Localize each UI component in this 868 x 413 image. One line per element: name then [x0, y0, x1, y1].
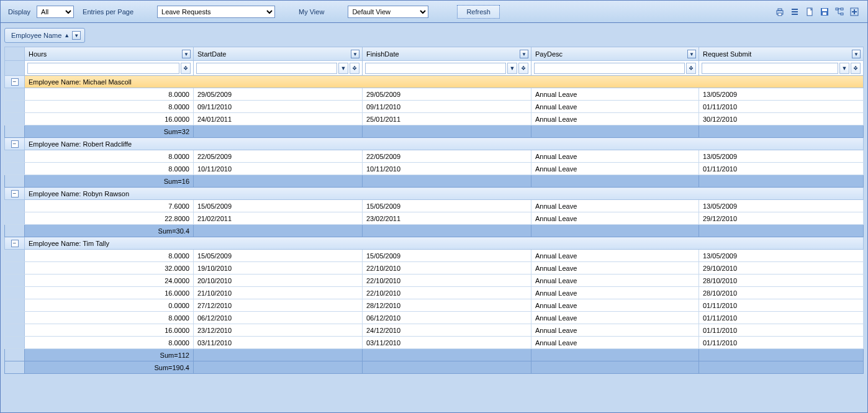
app-window: Display All Entries per Page Leave Reque…: [0, 0, 868, 413]
filter-finish-dd[interactable]: ▼: [507, 63, 517, 74]
filter-hours-fn[interactable]: ❖: [181, 63, 191, 74]
filter-req-fn[interactable]: ❖: [851, 63, 861, 74]
cell-requestsubmit: 29/10/2010: [699, 262, 864, 275]
col-finishdate-dropdown[interactable]: ▼: [520, 50, 528, 58]
filter-req-dd[interactable]: ▼: [839, 63, 849, 74]
cell-startdate: 22/05/2009: [194, 150, 363, 163]
filter-start-fn[interactable]: ❖: [350, 63, 359, 74]
cell-hours: 16.0000: [25, 324, 194, 337]
cell-startdate: 03/11/2010: [194, 337, 363, 349]
row-gutter: [5, 337, 25, 349]
sum-empty: [363, 225, 531, 237]
sum-gutter: [5, 125, 25, 138]
group-header[interactable]: −Employee Name: Robert Radcliffe: [5, 138, 864, 150]
table-row[interactable]: 7.600015/05/200915/05/2009Annual Leave13…: [5, 200, 864, 212]
table-row[interactable]: 32.000019/10/201022/10/2010Annual Leave2…: [5, 262, 864, 275]
filter-finish-input[interactable]: [365, 63, 506, 74]
table-row[interactable]: 8.000003/11/201003/11/2010Annual Leave01…: [5, 337, 864, 349]
collapse-icon[interactable]: −: [11, 240, 19, 247]
table-row[interactable]: 0.000027/12/201028/12/2010Annual Leave01…: [5, 299, 864, 312]
col-hours-dropdown[interactable]: ▼: [182, 50, 191, 58]
cell-hours: 8.0000: [25, 337, 194, 349]
group-by-dropdown[interactable]: ▼: [72, 31, 81, 40]
cell-finishdate: 09/11/2010: [363, 101, 531, 113]
row-gutter: [5, 324, 25, 337]
filter-row: ❖ ▼❖ ▼❖ ❖ ▼❖: [5, 61, 864, 76]
table-row[interactable]: 8.000015/05/200915/05/2009Annual Leave13…: [5, 250, 864, 262]
new-page-icon[interactable]: [804, 6, 815, 17]
svg-rect-11: [841, 8, 843, 10]
col-paydesc-dropdown[interactable]: ▼: [687, 50, 696, 58]
table-row[interactable]: 22.800021/02/201123/02/2011Annual Leave2…: [5, 212, 864, 225]
cell-hours: 32.0000: [25, 262, 194, 275]
save-icon[interactable]: [819, 6, 830, 17]
col-hours[interactable]: Hours▼: [25, 47, 194, 61]
filter-finish-fn[interactable]: ❖: [518, 63, 528, 74]
cell-hours: 8.0000: [25, 88, 194, 101]
filter-req-cell: ▼❖: [699, 61, 864, 76]
filter-start-dd[interactable]: ▼: [338, 63, 348, 74]
table-row[interactable]: 16.000021/10/201022/10/2010Annual Leave2…: [5, 287, 864, 299]
table-row[interactable]: 8.000006/12/201006/12/2010Annual Leave01…: [5, 312, 864, 324]
cell-finishdate: 28/12/2010: [363, 299, 531, 312]
table-row[interactable]: 8.000022/05/200922/05/2009Annual Leave13…: [5, 150, 864, 163]
collapse-icon[interactable]: −: [11, 140, 19, 148]
col-paydesc[interactable]: PayDesc▼: [531, 47, 699, 61]
col-startdate-dropdown[interactable]: ▼: [351, 50, 359, 58]
table-row[interactable]: 8.000010/11/201010/11/2010Annual Leave01…: [5, 163, 864, 175]
group-by-pill[interactable]: Employee Name ▲ ▼: [4, 28, 85, 43]
table-row[interactable]: 8.000029/05/200929/05/2009Annual Leave13…: [5, 88, 864, 101]
group-by-row: Employee Name ▲ ▼: [4, 28, 864, 43]
display-select[interactable]: All: [37, 6, 74, 18]
tree-icon[interactable]: [834, 6, 845, 17]
table-row[interactable]: 16.000023/12/201024/12/2010Annual Leave0…: [5, 324, 864, 337]
filter-hours-input[interactable]: [27, 63, 179, 74]
group-sum-row: Sum=112: [5, 349, 864, 361]
svg-rect-10: [836, 8, 838, 10]
print-icon[interactable]: [774, 6, 785, 17]
filter-pay-fn[interactable]: ❖: [686, 63, 696, 74]
group-header[interactable]: −Employee Name: Robyn Rawson: [5, 188, 864, 200]
sum-empty: [699, 225, 864, 237]
grand-empty: [363, 361, 531, 374]
col-requestsubmit[interactable]: Request Submit▼: [699, 47, 864, 61]
list-icon[interactable]: [789, 6, 800, 17]
cell-requestsubmit: 01/11/2010: [699, 337, 864, 349]
sum-value: Sum=30.4: [25, 225, 194, 237]
cell-startdate: 27/12/2010: [194, 299, 363, 312]
col-requestsubmit-dropdown[interactable]: ▼: [852, 50, 861, 58]
cell-finishdate: 23/02/2011: [363, 212, 531, 225]
corner-cell: [5, 47, 25, 61]
sum-empty: [531, 175, 699, 188]
cell-hours: 8.0000: [25, 163, 194, 175]
col-startdate[interactable]: StartDate▼: [194, 47, 363, 61]
filter-pay-input[interactable]: [534, 63, 685, 74]
row-gutter: [5, 250, 25, 262]
cell-paydesc: Annual Leave: [531, 299, 699, 312]
group-header-label: Employee Name: Michael Mascoll: [25, 76, 864, 88]
table-row[interactable]: 16.000024/01/201125/01/2011Annual Leave3…: [5, 113, 864, 125]
cell-paydesc: Annual Leave: [531, 212, 699, 225]
cell-requestsubmit: 01/11/2010: [699, 299, 864, 312]
collapse-icon[interactable]: −: [11, 78, 19, 86]
cell-paydesc: Annual Leave: [531, 88, 699, 101]
cell-paydesc: Annual Leave: [531, 150, 699, 163]
grand-empty: [699, 361, 864, 374]
refresh-button[interactable]: Refresh: [457, 5, 500, 19]
group-header[interactable]: −Employee Name: Tim Tally: [5, 237, 864, 250]
table-row[interactable]: 24.000020/10/201022/10/2010Annual Leave2…: [5, 275, 864, 287]
col-finishdate[interactable]: FinishDate▼: [363, 47, 531, 61]
filter-req-input[interactable]: [702, 63, 838, 74]
cell-finishdate: 06/12/2010: [363, 312, 531, 324]
collapse-icon[interactable]: −: [11, 190, 19, 197]
filter-start-input[interactable]: [196, 63, 337, 74]
group-header[interactable]: −Employee Name: Michael Mascoll: [5, 76, 864, 88]
cell-hours: 16.0000: [25, 113, 194, 125]
cell-paydesc: Annual Leave: [531, 200, 699, 212]
table-row[interactable]: 8.000009/11/201009/11/2010Annual Leave01…: [5, 101, 864, 113]
add-icon[interactable]: [849, 6, 860, 17]
svg-rect-2: [778, 13, 782, 16]
filter-select[interactable]: Leave Requests: [157, 6, 275, 18]
my-view-select[interactable]: Default View: [348, 6, 428, 18]
row-gutter: [5, 200, 25, 212]
